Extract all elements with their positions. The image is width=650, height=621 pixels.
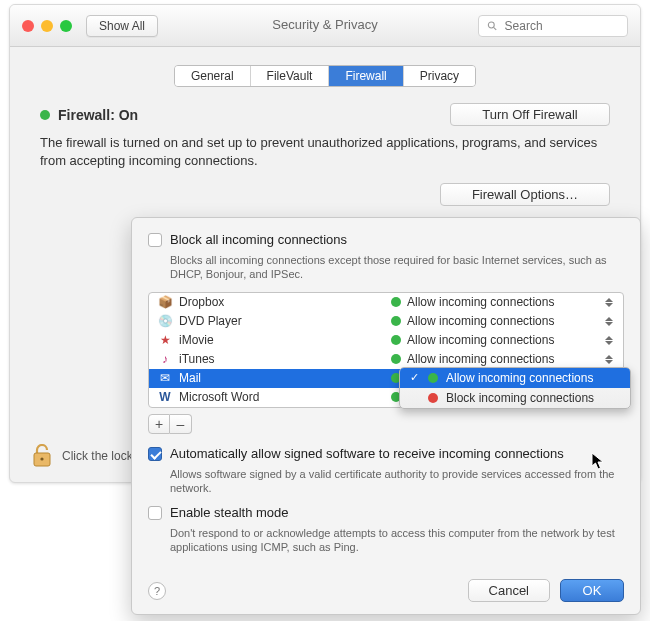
firewall-status-label: Firewall: On (58, 107, 138, 123)
block-all-label: Block all incoming connections (170, 232, 347, 247)
status-dot-icon (428, 393, 438, 403)
block-all-row[interactable]: Block all incoming connections (148, 232, 624, 247)
stepper-icon[interactable] (605, 317, 617, 326)
popup-allow[interactable]: ✓ Allow incoming connections (400, 368, 630, 388)
firewall-options-button[interactable]: Firewall Options… (440, 183, 610, 206)
status-text: Allow incoming connections (407, 314, 554, 328)
app-row-dvdplayer[interactable]: 💿 DVD Player Allow incoming connections (149, 312, 623, 331)
imovie-icon: ★ (157, 332, 173, 348)
status-dot-icon (391, 335, 401, 345)
popup-block[interactable]: Block incoming connections (400, 388, 630, 408)
auto-allow-label: Automatically allow signed software to r… (170, 446, 564, 461)
status-dot-icon (428, 373, 438, 383)
turn-off-firewall-button[interactable]: Turn Off Firewall (450, 103, 610, 126)
search-field[interactable] (478, 15, 628, 37)
firewall-description: The firewall is turned on and set up to … (40, 134, 610, 169)
app-row-itunes[interactable]: ♪ iTunes Allow incoming connections (149, 350, 623, 369)
itunes-icon: ♪ (157, 351, 173, 367)
auto-allow-checkbox[interactable] (148, 447, 162, 461)
tab-firewall[interactable]: Firewall (329, 66, 403, 86)
status-dot-icon (40, 110, 50, 120)
remove-app-button[interactable]: – (170, 414, 192, 434)
status-text: Allow incoming connections (407, 295, 554, 309)
word-icon: W (157, 389, 173, 405)
app-row-dropbox[interactable]: 📦 Dropbox Allow incoming connections (149, 293, 623, 312)
connection-popup: ✓ Allow incoming connections Block incom… (399, 367, 631, 409)
tab-privacy[interactable]: Privacy (404, 66, 475, 86)
stepper-icon[interactable] (605, 355, 617, 364)
search-input[interactable] (503, 18, 619, 34)
auto-allow-row[interactable]: Automatically allow signed software to r… (148, 446, 624, 461)
app-name: iMovie (179, 333, 391, 347)
app-name: iTunes (179, 352, 391, 366)
svg-point-0 (488, 22, 494, 28)
minimize-icon[interactable] (41, 20, 53, 32)
popup-allow-label: Allow incoming connections (446, 371, 593, 385)
app-row-imovie[interactable]: ★ iMovie Allow incoming connections (149, 331, 623, 350)
svg-point-3 (40, 457, 43, 460)
cancel-button[interactable]: Cancel (468, 579, 550, 602)
app-name: Mail (179, 371, 391, 385)
stepper-icon[interactable] (605, 336, 617, 345)
svg-line-1 (494, 27, 497, 30)
stealth-label: Enable stealth mode (170, 505, 289, 520)
stepper-icon[interactable] (605, 298, 617, 307)
firewall-options-sheet: Block all incoming connections Blocks al… (131, 217, 641, 615)
window-controls (22, 20, 72, 32)
show-all-button[interactable]: Show All (86, 15, 158, 37)
app-name: Microsoft Word (179, 390, 391, 404)
tab-bar: General FileVault Firewall Privacy (10, 65, 640, 87)
popup-block-label: Block incoming connections (446, 391, 594, 405)
auto-allow-subtext: Allows software signed by a valid certif… (170, 467, 624, 496)
dvdplayer-icon: 💿 (157, 313, 173, 329)
stealth-subtext: Don't respond to or acknowledge attempts… (170, 526, 624, 555)
firewall-pane: Firewall: On Turn Off Firewall The firew… (10, 99, 640, 206)
status-dot-icon (391, 354, 401, 364)
tab-general[interactable]: General (175, 66, 251, 86)
zoom-icon[interactable] (60, 20, 72, 32)
status-dot-icon (391, 316, 401, 326)
stealth-checkbox[interactable] (148, 506, 162, 520)
add-app-button[interactable]: + (148, 414, 170, 434)
ok-button[interactable]: OK (560, 579, 624, 602)
block-all-checkbox[interactable] (148, 233, 162, 247)
check-icon: ✓ (408, 371, 420, 384)
mail-icon: ✉ (157, 370, 173, 386)
status-text: Allow incoming connections (407, 333, 554, 347)
block-all-subtext: Blocks all incoming connections except t… (170, 253, 624, 282)
lock-icon (32, 444, 52, 468)
app-name: Dropbox (179, 295, 391, 309)
status-dot-icon (391, 297, 401, 307)
help-button[interactable]: ? (148, 582, 166, 600)
tab-filevault[interactable]: FileVault (251, 66, 330, 86)
titlebar: Show All Security & Privacy (10, 5, 640, 47)
close-icon[interactable] (22, 20, 34, 32)
stealth-row[interactable]: Enable stealth mode (148, 505, 624, 520)
app-list: 📦 Dropbox Allow incoming connections 💿 D… (148, 292, 624, 408)
app-name: DVD Player (179, 314, 391, 328)
search-icon (487, 20, 498, 32)
dropbox-icon: 📦 (157, 294, 173, 310)
status-text: Allow incoming connections (407, 352, 554, 366)
